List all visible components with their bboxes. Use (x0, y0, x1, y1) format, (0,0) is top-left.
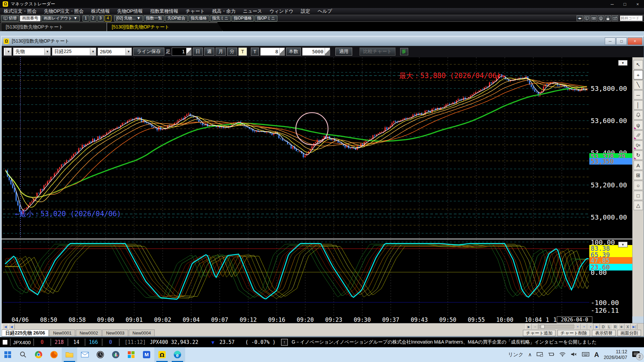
scroll-ctrl-10[interactable]: ⊕ (618, 324, 625, 329)
page-button-4[interactable]: 4 (105, 15, 111, 21)
scroll-ctrl-0[interactable]: ▶ (526, 324, 532, 329)
scroll-ctrl-4[interactable]: + (581, 324, 587, 329)
scroll-ctrl-12[interactable]: ▶| (631, 324, 637, 329)
chrome-icon[interactable] (31, 347, 46, 362)
period-button-2[interactable]: 月 (216, 48, 226, 56)
scroll-ctrl-8[interactable]: L (606, 324, 612, 329)
mt4-icon[interactable] (108, 347, 123, 362)
status-checkbox[interactable] (3, 340, 7, 345)
touch-keyboard-icon[interactable] (582, 352, 589, 358)
chart-action-button-1[interactable]: チャート削除 (557, 330, 590, 336)
chart-window-titlebar[interactable]: Ω [5130]指数先物OPチャート ─ □ × (2, 37, 644, 46)
hline-tool[interactable]: ─ (634, 90, 643, 100)
close-button[interactable]: × (631, 0, 644, 8)
crosshair-tool[interactable]: + (634, 70, 643, 79)
workspace-tab-0[interactable]: [5130]指数先物OPチャート (1, 22, 117, 31)
tick-button[interactable]: T (238, 48, 247, 56)
menu-item-9[interactable]: 設定 (297, 8, 314, 14)
taskbar-clock[interactable]: 11:122026/04/07 (604, 349, 627, 361)
fan-tool[interactable]: ψ (634, 120, 643, 130)
m-app-icon[interactable]: M (139, 347, 154, 362)
tick-count-spinner[interactable]: 8 (260, 48, 285, 56)
menu-item-7[interactable]: ニュース (239, 8, 266, 14)
bar-count-spinner[interactable]: 5000 (302, 48, 330, 56)
menu-item-4[interactable]: 指数業種情報 (146, 8, 182, 14)
rect-tool[interactable]: □ (634, 191, 643, 200)
cycle-tool[interactable]: ↻ (634, 150, 643, 160)
chart-action-button-2[interactable]: 表示切替 (592, 330, 615, 336)
toolbar-button-1[interactable]: 先OP総合 (165, 15, 187, 21)
menu-item-10[interactable]: ヘルプ (314, 8, 336, 14)
scroll-ctrl-7[interactable]: D (600, 324, 606, 329)
toolbar-button-3[interactable]: 指先ミニ (210, 15, 231, 21)
tray-links-label[interactable]: リンク (508, 352, 523, 358)
scroll-left-button-1[interactable]: ◀ (8, 324, 15, 329)
news-ticker[interactable]: G－イノベーション,イノベーショングループの株式会社Innovation M&A… (290, 339, 599, 345)
firefox-icon[interactable] (46, 347, 62, 362)
save-lines-button[interactable]: ライン保存 (133, 48, 164, 56)
menu-item-5[interactable]: チャート (182, 8, 208, 14)
trendline-tool[interactable]: ╲ (634, 80, 643, 89)
slider-thumb[interactable] (541, 325, 545, 328)
quote-tool[interactable]: Q≡ (634, 140, 643, 150)
chart-close-button[interactable]: × (628, 38, 642, 45)
store-icon[interactable] (123, 347, 139, 362)
scroll-left-button-0[interactable]: ◀ (2, 324, 9, 329)
start-button[interactable] (0, 347, 15, 362)
toolbar-button-5[interactable]: 指OPミニ (255, 15, 277, 21)
cast-icon[interactable] (536, 351, 543, 358)
text-tool[interactable]: A (634, 161, 643, 170)
page-button-1[interactable]: 1 (83, 15, 89, 21)
period-button-0[interactable]: 日 (193, 48, 203, 56)
vline-tool[interactable]: │ (634, 100, 643, 110)
period-button-3[interactable]: 分 (227, 48, 237, 56)
contract-dropdown[interactable]: 26/06▼ (98, 48, 132, 56)
chart-pane-dropdown[interactable]: ▼ (618, 60, 628, 66)
volume-muted-icon[interactable] (571, 352, 577, 358)
chart-minimize-button[interactable]: ─ (605, 38, 615, 45)
news-up-icon[interactable]: ↑ (281, 339, 288, 346)
scroll-ctrl-6[interactable]: ▶ (594, 324, 600, 329)
speedline-tool[interactable] (634, 130, 643, 140)
lock-icon[interactable] (605, 15, 611, 21)
workspace-tab-1[interactable]: [5130]指数先物OPチャート (107, 22, 223, 31)
scroll-ctrl-5[interactable]: ▪ (587, 324, 594, 329)
monex-trader-icon[interactable]: Ω (154, 347, 170, 362)
maximize-button[interactable]: □ (619, 0, 631, 8)
compare-chart-button[interactable]: 比較チャート (360, 48, 395, 56)
symbol-dropdown[interactable]: 日経225▼ (52, 48, 96, 56)
symbol-code-input[interactable]: 銘柄コード (620, 15, 643, 21)
oscillator-pane[interactable]: 100.000.00-100.00-126.1183.3865.3947.852… (2, 240, 632, 316)
chart-scrollbar[interactable]: ◀◀▶−++▪▶DLR⊕X▶| (2, 323, 644, 329)
menu-item-1[interactable]: 先物OP注文・照会 (40, 8, 87, 14)
printer-icon[interactable] (598, 15, 604, 21)
menu-item-0[interactable]: 株式注文・照会 (0, 8, 40, 14)
chart-tab-4[interactable]: New0004 (129, 329, 155, 336)
scroll-zoom-slider[interactable] (539, 325, 575, 328)
menu-item-3[interactable]: 先物OP情報 (113, 8, 146, 14)
menu-item-6[interactable]: 残高・余力 (208, 8, 239, 14)
monitor-close-icon[interactable] (584, 15, 590, 21)
split-view-icon[interactable]: ◀▶ (577, 15, 583, 21)
chart-maximize-button[interactable]: □ (616, 38, 627, 45)
scroll-ctrl-1[interactable]: − (532, 324, 538, 329)
grid-tool[interactable]: ⊞ (634, 171, 643, 180)
cursor-tool[interactable]: ↖ (634, 60, 643, 69)
wifi-icon[interactable] (559, 352, 566, 358)
edge-icon[interactable]: e (170, 347, 185, 362)
menu-item-8[interactable]: ウィンドウ (266, 8, 297, 14)
ime-indicator[interactable]: A (594, 351, 599, 359)
screen-switch-button[interactable]: 切替 (1, 15, 19, 21)
page-button-3[interactable]: 3 (97, 15, 104, 21)
menu-item-2[interactable]: 株式情報 (87, 8, 113, 14)
minimize-button[interactable]: ─ (606, 0, 619, 8)
chart-settings-icon[interactable] (400, 48, 408, 55)
search-button[interactable] (15, 347, 31, 362)
mail-icon[interactable] (77, 347, 93, 362)
toolbar-button-4[interactable]: 指OP価格 (231, 15, 254, 21)
chart-tab-2[interactable]: New0002 (76, 329, 102, 336)
apply-button[interactable]: 適用 (335, 48, 352, 56)
ellipse-tool[interactable]: ○ (634, 181, 643, 190)
oscillator-pane-dropdown[interactable]: ▼ (618, 242, 628, 247)
scroll-ctrl-3[interactable]: + (575, 324, 581, 329)
